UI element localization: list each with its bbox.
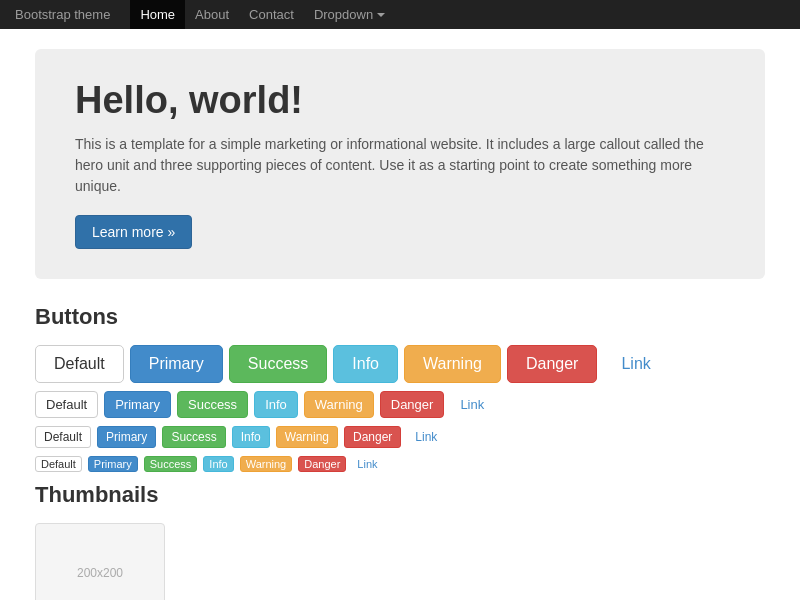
- navbar: Bootstrap theme Home About Contact Dropd…: [0, 0, 800, 29]
- button-row-md: Default Primary Success Info Warning Dan…: [35, 391, 765, 418]
- btn-info-sm[interactable]: Info: [232, 426, 270, 448]
- nav-items: Home About Contact Dropdown: [130, 0, 395, 29]
- btn-info-md[interactable]: Info: [254, 391, 298, 418]
- btn-default-sm[interactable]: Default: [35, 426, 91, 448]
- nav-item-home[interactable]: Home: [130, 0, 185, 29]
- btn-warning-md[interactable]: Warning: [304, 391, 374, 418]
- button-row-sm: Default Primary Success Info Warning Dan…: [35, 426, 765, 448]
- hero-body: This is a template for a simple marketin…: [75, 134, 725, 197]
- thumbnails-section: Thumbnails 200x200: [35, 482, 765, 600]
- btn-link-md[interactable]: Link: [450, 392, 494, 417]
- dropdown-label: Dropdown: [314, 7, 385, 22]
- btn-primary-xs[interactable]: Primary: [88, 456, 138, 472]
- btn-warning-sm[interactable]: Warning: [276, 426, 338, 448]
- btn-link-xs[interactable]: Link: [352, 457, 382, 471]
- btn-info-xs[interactable]: Info: [203, 456, 233, 472]
- dropdown-text: Dropdown: [314, 7, 373, 22]
- nav-item-dropdown[interactable]: Dropdown: [304, 0, 395, 29]
- btn-success-xs[interactable]: Success: [144, 456, 198, 472]
- btn-default-xs[interactable]: Default: [35, 456, 82, 472]
- nav-item-contact[interactable]: Contact: [239, 0, 304, 29]
- btn-default-lg[interactable]: Default: [35, 345, 124, 383]
- btn-danger-md[interactable]: Danger: [380, 391, 445, 418]
- btn-danger-xs[interactable]: Danger: [298, 456, 346, 472]
- btn-primary-sm[interactable]: Primary: [97, 426, 156, 448]
- btn-danger-sm[interactable]: Danger: [344, 426, 401, 448]
- btn-warning-xs[interactable]: Warning: [240, 456, 293, 472]
- btn-success-sm[interactable]: Success: [162, 426, 225, 448]
- buttons-heading: Buttons: [35, 304, 765, 330]
- hero-heading: Hello, world!: [75, 79, 725, 122]
- btn-default-md[interactable]: Default: [35, 391, 98, 418]
- button-row-lg: Default Primary Success Info Warning Dan…: [35, 345, 765, 383]
- thumbnail-label: 200x200: [77, 566, 123, 580]
- btn-danger-lg[interactable]: Danger: [507, 345, 597, 383]
- thumbnails-heading: Thumbnails: [35, 482, 765, 508]
- btn-primary-md[interactable]: Primary: [104, 391, 171, 418]
- btn-primary-lg[interactable]: Primary: [130, 345, 223, 383]
- thumbnail-image[interactable]: 200x200: [35, 523, 165, 600]
- btn-warning-lg[interactable]: Warning: [404, 345, 501, 383]
- btn-link-lg[interactable]: Link: [603, 346, 668, 382]
- btn-link-sm[interactable]: Link: [407, 427, 445, 447]
- btn-success-md[interactable]: Success: [177, 391, 248, 418]
- main-container: Hello, world! This is a template for a s…: [20, 29, 780, 600]
- learn-more-button[interactable]: Learn more »: [75, 215, 192, 249]
- navbar-brand[interactable]: Bootstrap theme: [15, 7, 110, 22]
- btn-success-lg[interactable]: Success: [229, 345, 327, 383]
- button-row-xs: Default Primary Success Info Warning Dan…: [35, 456, 765, 472]
- btn-info-lg[interactable]: Info: [333, 345, 398, 383]
- jumbotron: Hello, world! This is a template for a s…: [35, 49, 765, 279]
- nav-item-about[interactable]: About: [185, 0, 239, 29]
- chevron-down-icon: [377, 13, 385, 17]
- buttons-section: Buttons Default Primary Success Info War…: [35, 304, 765, 472]
